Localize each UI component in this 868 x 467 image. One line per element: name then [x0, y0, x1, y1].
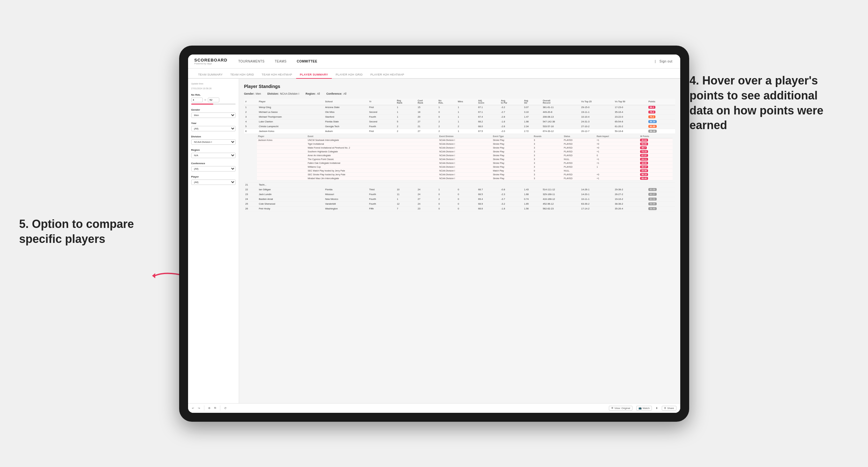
redo-button[interactable]: ↪: [198, 407, 200, 410]
undo-button[interactable]: ↩: [192, 407, 194, 410]
points-badge[interactable]: 88.2: [648, 106, 655, 109]
hover-cell-division: NCAA Division I: [438, 173, 492, 176]
no-rds-from-input[interactable]: [191, 97, 203, 102]
points-badge[interactable]: 60.68: [648, 188, 657, 191]
points-badge[interactable]: 60.27: [648, 193, 657, 196]
subnav-team-summary[interactable]: TEAM SUMMARY: [194, 73, 227, 79]
no-rds-to-input[interactable]: [208, 97, 219, 102]
points-badge[interactable]: 76.2: [648, 111, 655, 114]
points-badge[interactable]: 68.18: [648, 130, 657, 133]
cell-points[interactable]: 76.2: [647, 110, 675, 115]
cell-avg-sg: 1.56: [523, 206, 541, 211]
col-conf-rank: ConfRank: [416, 98, 437, 105]
hover-row: Wake Forest Invitational at Pinehurst No…: [257, 146, 673, 150]
hover-cell-wpoints: 56.18: [639, 173, 672, 176]
no-rds-row: –: [191, 97, 236, 102]
hover-cell-division: NCAA Division I: [438, 165, 492, 168]
cell-avg-sg: 3.10: [523, 110, 541, 115]
hover-cell-wpoints: 73.33: [639, 150, 672, 153]
cell-points[interactable]: 60.02: [647, 197, 675, 201]
hover-row: Jackson Koivu UNCW Seahawk Intercollegia…: [257, 138, 673, 142]
cell-wins: 1: [457, 115, 477, 119]
year-select[interactable]: (All): [191, 126, 236, 131]
year-section: Year (All): [191, 122, 236, 131]
cell-record: 452-96-12: [541, 201, 580, 206]
cell-points[interactable]: 59.95: [647, 201, 675, 206]
hover-cell-rank: +0: [595, 173, 639, 176]
conference-label: Conference: [191, 162, 236, 165]
cell-player: Michael La Sasso: [257, 110, 324, 115]
hover-row: Tiger Invitational NCAA Division I Strok…: [257, 142, 673, 146]
cell-points[interactable]: 58.49: [647, 206, 675, 211]
nav-committee[interactable]: COMMITTEE: [296, 60, 319, 63]
no-rds-slider[interactable]: [191, 103, 236, 104]
hover-cell-rounds: 3: [532, 176, 562, 180]
cell-vs25: 14-20-1: [580, 192, 613, 197]
cell-points[interactable]: 70.2: [647, 115, 675, 119]
cell-points[interactable]: 88.34: [647, 119, 675, 124]
cell-points[interactable]: [647, 182, 675, 187]
cell-avg-par: -2.6: [499, 124, 523, 129]
cell-points[interactable]: 88.2: [647, 105, 675, 110]
hover-cell-rounds: 3: [532, 138, 562, 142]
cell-vs25: 10-11-1: [580, 197, 613, 201]
conference-section: Conference (All): [191, 162, 236, 172]
settings-button[interactable]: ⚙: [208, 407, 210, 410]
hover-row: The Cypress Point Classic NCAA Division …: [257, 157, 673, 161]
gender-section: Gender Men Women: [191, 108, 236, 118]
cell-points[interactable]: 80.89: [647, 124, 675, 129]
hover-cell-rounds: 3: [532, 146, 562, 150]
cell-adj-score: 67.1: [477, 105, 499, 110]
share-button[interactable]: ⬆ Share: [662, 406, 676, 411]
hover-popup: Player Event Event Division Event Type R…: [244, 134, 675, 182]
subnav-team-h2h-grid[interactable]: TEAM H2H GRID: [226, 73, 257, 79]
points-badge[interactable]: 58.49: [648, 207, 657, 210]
share-label: Share: [667, 407, 674, 410]
hover-cell-type: Stroke Play: [492, 138, 532, 142]
cell-points[interactable]: 68.18: [647, 129, 675, 133]
points-badge[interactable]: 59.95: [648, 203, 657, 205]
division-select[interactable]: NCAA Division I: [191, 139, 236, 145]
cell-points[interactable]: 60.27: [647, 192, 675, 197]
nav-tournaments[interactable]: TOURNAMENTS: [237, 60, 266, 63]
cell-reg-rank: 1: [396, 110, 416, 115]
cell-avg-sg: 2.72: [523, 129, 541, 133]
player-select[interactable]: (All): [191, 180, 236, 185]
filter-division: Division: NCAA Division I: [268, 92, 299, 95]
points-badge[interactable]: 70.2: [648, 115, 655, 118]
gender-select[interactable]: Men Women: [191, 113, 236, 118]
hover-cell-wpoints: 66.40: [639, 176, 672, 180]
cell-wins: 0: [457, 206, 477, 211]
hover-cell-player: [257, 157, 307, 161]
hover-cell-event: Wake Forest Invitational at Pinehurst No…: [306, 146, 438, 150]
view-original-button[interactable]: 👁 View: Original: [609, 406, 632, 411]
hover-cell-event: UNCW Seahawk Intercollegiate: [306, 138, 438, 142]
hover-col-event: Event: [306, 134, 438, 138]
points-badge[interactable]: 88.34: [648, 120, 657, 123]
points-badge[interactable]: 60.02: [648, 198, 657, 200]
subnav-player-summary[interactable]: PLAYER SUMMARY: [296, 73, 332, 79]
subnav-team-h2h-heatmap[interactable]: TEAM H2H HEATMAP: [258, 73, 296, 79]
cell-vs50: 65-54-6: [614, 119, 647, 124]
region-select[interactable]: N/A: [191, 153, 236, 158]
conference-select[interactable]: (All): [191, 166, 236, 172]
watch-button[interactable]: 📺 Watch: [636, 406, 652, 411]
copy-button[interactable]: ⧉: [214, 406, 216, 410]
cell-points[interactable]: 60.68: [647, 187, 675, 192]
sign-out-button[interactable]: Sign out: [658, 60, 674, 63]
hover-cell-rounds: 3: [532, 173, 562, 176]
subnav-player-h2h-heatmap[interactable]: PLAYER H2H HEATMAP: [367, 73, 408, 79]
points-badge[interactable]: 80.89: [648, 125, 657, 128]
cell-reg-rank: 1: [396, 105, 416, 110]
col-vs50: Vs Top 50: [614, 98, 647, 105]
logo-title: SCOREBOARD: [194, 58, 227, 62]
slider-fill: [191, 103, 214, 104]
table-row: 23 Jack Lundin Missouri Fourth 11 24 0 0…: [244, 192, 675, 197]
nav-teams[interactable]: TEAMS: [274, 60, 288, 63]
subnav-player-h2h-grid[interactable]: PLAYER H2H GRID: [332, 73, 367, 79]
update-time-label: Update time:: [191, 83, 236, 85]
hover-cell-rank: +0: [595, 142, 639, 146]
download-button[interactable]: ⬇: [656, 407, 658, 410]
annotation-right: 4. Hover over a player's points to see a…: [689, 73, 842, 133]
hover-cell-type: Stroke Play: [492, 146, 532, 150]
